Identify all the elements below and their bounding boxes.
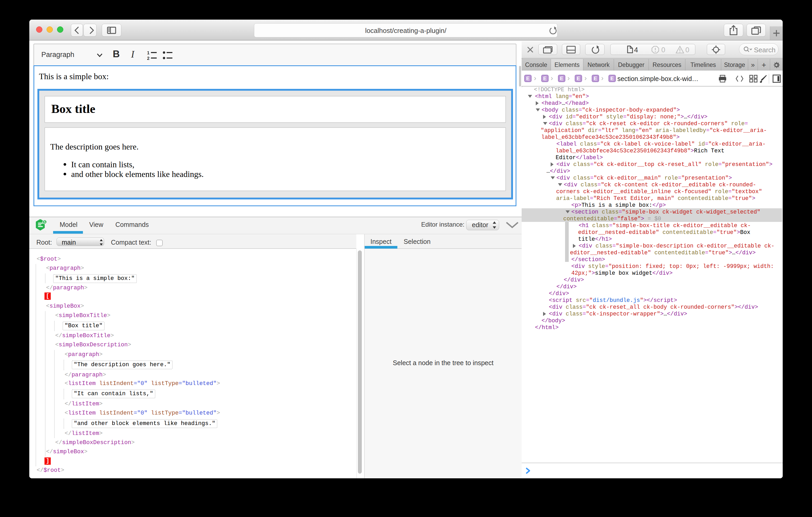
svg-text:1: 1: [147, 51, 149, 55]
svg-text:2: 2: [147, 56, 149, 61]
svg-text:5: 5: [44, 220, 46, 223]
